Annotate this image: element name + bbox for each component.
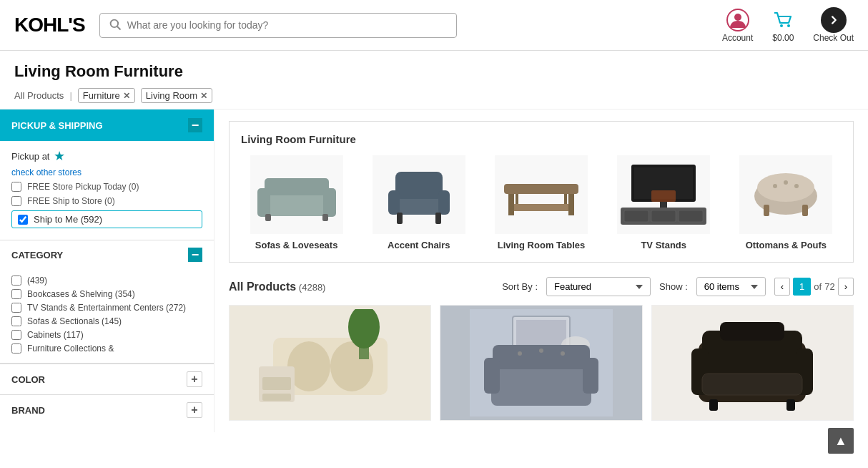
table-row[interactable]: [440, 305, 642, 421]
next-page-button[interactable]: ›: [838, 278, 854, 296]
account-label: Account: [722, 33, 753, 43]
category-thumbnails-title: Living Room Furniture: [241, 133, 842, 145]
svg-rect-33: [651, 190, 676, 202]
table-row[interactable]: [651, 305, 854, 421]
list-item[interactable]: Cabinets (117): [11, 330, 202, 340]
svg-rect-8: [265, 178, 329, 195]
all-products-header: All Products (4288) Sort By : Featured P…: [229, 277, 854, 296]
controls-row: Sort By : Featured Price: Low to High Pr…: [502, 277, 854, 296]
category-checkbox-0[interactable]: [11, 276, 21, 286]
pickup-section-header[interactable]: PICKUP & SHIPPING −: [0, 109, 214, 141]
thumbnail-tables[interactable]: Living Room Tables: [485, 155, 596, 250]
breadcrumb: All Products | Furniture ✕ Living Room ✕: [14, 88, 854, 103]
prev-page-button[interactable]: ‹: [774, 278, 790, 296]
search-bar: [99, 13, 457, 38]
page-title: Living Room Furniture: [14, 62, 854, 81]
ship-to-me-option: Ship to Me (592): [11, 210, 202, 228]
checkout-button[interactable]: Check Out: [813, 7, 854, 43]
svg-rect-68: [786, 399, 795, 411]
show-select[interactable]: 60 items 30 items 120 items: [696, 277, 766, 296]
brand-section-header[interactable]: BRAND +: [0, 394, 214, 425]
category-checkbox-5[interactable]: [11, 343, 21, 354]
scroll-top-button[interactable]: ▲: [828, 428, 854, 432]
svg-rect-17: [397, 213, 403, 224]
svg-point-3: [734, 14, 741, 21]
category-toggle-button[interactable]: −: [188, 248, 202, 262]
checkout-label: Check Out: [813, 33, 854, 43]
svg-point-35: [757, 173, 814, 202]
ship-to-me-label: Ship to Me (592): [34, 214, 102, 225]
category-label-2: TV Stands & Entertainment Centers (272): [27, 303, 186, 313]
sort-select[interactable]: Featured Price: Low to High Price: High …: [546, 277, 651, 296]
checkout-icon: [821, 7, 847, 33]
product-image-0: [230, 306, 430, 420]
thumbnail-ottomans[interactable]: Ottomans & Poufs: [731, 155, 842, 250]
free-ship-to-store-option: FREE Ship to Store (0): [11, 196, 202, 206]
breadcrumb-furniture-remove[interactable]: ✕: [123, 91, 130, 101]
sofas-image: [250, 155, 343, 234]
cart-button[interactable]: $0.00: [770, 7, 796, 43]
category-checkbox-1[interactable]: [11, 289, 21, 299]
list-item[interactable]: Furniture Collections &: [11, 343, 202, 354]
free-ship-to-store-label: FREE Ship to Store (0): [27, 196, 115, 206]
pickup-at-label: Pickup at: [11, 151, 49, 162]
list-item[interactable]: Sofas & Sectionals (145): [11, 316, 202, 326]
svg-rect-67: [709, 399, 718, 411]
plus-icon: +: [191, 373, 197, 386]
breadcrumb-furniture-label: Furniture: [83, 90, 120, 101]
category-label-5: Furniture Collections &: [27, 343, 114, 354]
svg-rect-39: [764, 205, 769, 216]
current-page-button[interactable]: 1: [793, 278, 811, 296]
ottomans-label: Ottomans & Poufs: [746, 240, 827, 250]
brand-title: BRAND: [11, 405, 45, 416]
thumbnail-accent-chairs[interactable]: Accent Chairs: [363, 155, 474, 250]
svg-point-37: [784, 180, 788, 185]
svg-point-58: [518, 351, 522, 356]
search-input[interactable]: [127, 19, 448, 31]
svg-rect-16: [438, 190, 450, 215]
content-area: Living Room Furniture: [214, 109, 868, 432]
table-row[interactable]: [229, 305, 431, 421]
accent-chairs-image: [373, 155, 465, 234]
check-stores-link[interactable]: check other stores: [11, 167, 82, 177]
account-button[interactable]: Account: [722, 7, 753, 43]
tables-image: [495, 155, 588, 234]
svg-rect-23: [516, 194, 518, 204]
category-checkbox-3[interactable]: [11, 316, 21, 326]
header-actions: Account $0.00 Check Out: [722, 7, 854, 43]
category-checkbox-2[interactable]: [11, 303, 21, 313]
color-toggle-button[interactable]: +: [187, 371, 202, 387]
ship-to-me-checkbox[interactable]: [18, 215, 28, 225]
svg-rect-24: [564, 194, 567, 204]
header: KOHL'S Account: [0, 0, 868, 51]
category-checkbox-4[interactable]: [11, 330, 21, 340]
tv-stands-label: TV Stands: [641, 240, 686, 250]
tables-label: Living Room Tables: [498, 240, 586, 250]
thumbnail-tv-stands[interactable]: TV Stands: [608, 155, 719, 250]
list-item[interactable]: Bookcases & Shelving (354): [11, 289, 202, 299]
category-thumbnails-section: Living Room Furniture: [229, 121, 854, 263]
free-ship-to-store-checkbox[interactable]: [11, 196, 21, 206]
breadcrumb-living-room-remove[interactable]: ✕: [200, 91, 207, 101]
svg-rect-20: [513, 204, 570, 211]
category-label-3: Sofas & Sectionals (145): [27, 316, 122, 326]
color-section-header[interactable]: COLOR +: [0, 364, 214, 394]
svg-point-60: [561, 351, 565, 356]
brand-plus-icon: +: [191, 404, 197, 416]
category-section-header[interactable]: CATEGORY −: [0, 240, 214, 269]
svg-rect-66: [702, 374, 802, 395]
all-products-count: (4288): [299, 282, 326, 293]
list-item[interactable]: (439): [11, 276, 202, 286]
breadcrumb-all-products[interactable]: All Products: [14, 90, 64, 101]
svg-rect-19: [504, 184, 578, 194]
pickup-toggle-button[interactable]: −: [188, 118, 202, 132]
category-section: CATEGORY − (439) Bookcases & Shelving (3…: [0, 240, 214, 364]
svg-rect-11: [265, 214, 271, 221]
page-total: 72: [824, 281, 834, 292]
brand-toggle-button[interactable]: +: [187, 402, 202, 418]
thumbnail-sofas[interactable]: Sofas & Loveseats: [241, 155, 352, 250]
pickup-section-title: PICKUP & SHIPPING: [11, 120, 103, 131]
logo[interactable]: KOHL'S: [14, 14, 85, 36]
list-item[interactable]: TV Stands & Entertainment Centers (272): [11, 303, 202, 313]
free-store-pickup-checkbox[interactable]: [11, 182, 21, 192]
